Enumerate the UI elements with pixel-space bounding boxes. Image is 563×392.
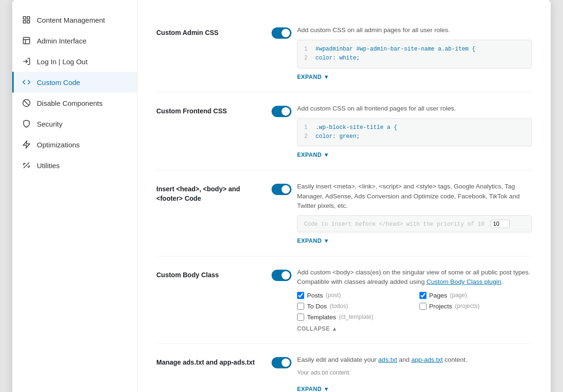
setting-control-custom-admin-css: Add custom CSS on all admin pages for al… — [272, 26, 532, 81]
setting-control-custom-body-class: Add custom <body> class(es) on the singu… — [272, 268, 532, 332]
setting-row-insert-code: Insert <head>, <body> and <footer> Code … — [156, 170, 532, 256]
templates-slug: (ct_template) — [339, 314, 374, 320]
code-block-insert-code: Code to insert before </head> with the p… — [297, 215, 532, 232]
svg-rect-0 — [23, 17, 26, 19]
sidebar-label-content-management: Content Management — [37, 16, 105, 24]
line-num-2: 2 — [304, 54, 310, 63]
code-text-1: #wpadminbar #wp-admin-bar-site-name a.ab… — [316, 45, 475, 54]
desc-ads-txt: Easily edit and validate your ads.txt an… — [297, 355, 532, 365]
toggle-custom-body-class[interactable] — [272, 270, 291, 281]
sidebar-item-custom-code[interactable]: Custom Code — [12, 72, 137, 93]
checkbox-templates[interactable]: Templates (ct_template) — [297, 314, 410, 321]
checkbox-todos-input[interactable] — [297, 303, 304, 310]
app-container: Content Management Admin Interface Log — [12, 0, 551, 392]
sidebar-label-optimizations: Optimizations — [37, 141, 80, 149]
setting-info-ads-txt: Easily edit and validate your ads.txt an… — [297, 355, 532, 392]
login-icon — [22, 57, 31, 66]
setting-label-custom-admin-css: Custom Admin CSS — [156, 26, 260, 38]
checkbox-pages-input[interactable] — [419, 292, 427, 299]
toggle-ads-txt[interactable] — [272, 357, 291, 368]
svg-marker-10 — [23, 141, 30, 148]
posts-label: Posts — [307, 292, 323, 299]
ads-txt-link[interactable]: ads.txt — [378, 356, 397, 363]
setting-label-insert-code: Insert <head>, <body> and <footer> Code — [156, 182, 260, 203]
grid-icon — [22, 15, 31, 25]
sidebar-item-disable-components[interactable]: Disable Components — [12, 93, 137, 113]
line-num-f2: 2 — [304, 132, 310, 141]
checkbox-projects[interactable]: Projects (projects) — [419, 303, 532, 310]
svg-rect-4 — [23, 37, 30, 44]
sidebar-label-custom-code: Custom Code — [37, 78, 80, 86]
code-line-frontend-1: 1 .wp-block-site-title a { — [304, 123, 525, 132]
expand-btn-frontend-css[interactable]: EXPAND ▼ — [297, 152, 329, 158]
setting-label-custom-frontend-css: Custom Frontend CSS — [156, 104, 260, 116]
checkbox-templates-input[interactable] — [297, 314, 304, 321]
sidebar-label-disable-components: Disable Components — [37, 99, 102, 107]
code-block-custom-admin-css: 1 #wpadminbar #wp-admin-bar-site-name a.… — [297, 40, 532, 68]
toggle-custom-frontend-css[interactable] — [272, 106, 291, 117]
code-placeholder-insert: Code to insert before </head> with the p… — [304, 221, 485, 228]
code-block-custom-frontend-css: 1 .wp-block-site-title a { 2 color: gree… — [297, 118, 532, 146]
shield-icon — [22, 119, 31, 128]
line-num-f1: 1 — [304, 123, 310, 132]
svg-line-9 — [24, 101, 29, 106]
line-num-1: 1 — [304, 45, 310, 54]
todos-slug: (todos) — [330, 303, 348, 309]
templates-label: Templates — [307, 314, 336, 321]
sidebar-label-security: Security — [37, 120, 62, 128]
setting-label-ads-txt: Manage ads.txt and app-ads.txt — [156, 355, 260, 367]
svg-rect-3 — [27, 21, 30, 23]
tools-icon — [22, 161, 31, 170]
bolt-icon — [22, 140, 31, 149]
checkbox-pages[interactable]: Pages (page) — [419, 292, 532, 299]
sidebar-label-login-logout: Log In | Log Out — [37, 58, 87, 66]
code-line-2: 2 color: white; — [304, 54, 525, 63]
sidebar-item-optimizations[interactable]: Optimizations — [12, 134, 137, 155]
code-text-2: color: white; — [316, 54, 360, 63]
projects-label: Projects — [429, 303, 452, 310]
sidebar-item-content-management[interactable]: Content Management — [12, 9, 137, 30]
setting-control-custom-frontend-css: Add custom CSS on all frontend pages for… — [272, 104, 532, 159]
collapse-btn-body-class[interactable]: COLLAPSE ▲ — [297, 325, 532, 332]
code-icon — [22, 77, 31, 87]
svg-rect-1 — [27, 17, 30, 19]
projects-slug: (projects) — [455, 303, 479, 309]
sidebar-item-security[interactable]: Security — [12, 113, 137, 134]
sidebar-item-login-logout[interactable]: Log In | Log Out — [12, 51, 137, 72]
setting-info-custom-admin-css: Add custom CSS on all admin pages for al… — [297, 26, 532, 81]
checkbox-todos[interactable]: To Dos (todos) — [297, 303, 410, 310]
desc-custom-admin-css: Add custom CSS on all admin pages for al… — [297, 26, 532, 35]
setting-info-insert-code: Easily insert <meta>, <link>, <script> a… — [297, 182, 532, 245]
code-text-f1: .wp-block-site-title a { — [316, 123, 397, 132]
posts-slug: (post) — [326, 292, 341, 298]
expand-btn-admin-css[interactable]: EXPAND ▼ — [297, 74, 329, 80]
desc-suffix: . — [501, 278, 503, 285]
toggle-insert-code[interactable] — [272, 184, 291, 195]
expand-btn-insert-code[interactable]: EXPAND ▼ — [297, 238, 329, 244]
custom-body-class-plugin-link[interactable]: Custom Body Class plugin — [427, 278, 501, 285]
sidebar-item-admin-interface[interactable]: Admin Interface — [12, 30, 137, 51]
toggle-custom-admin-css[interactable] — [272, 27, 291, 39]
sidebar: Content Management Admin Interface Log — [12, 0, 137, 392]
checkbox-projects-input[interactable] — [419, 303, 427, 310]
setting-info-custom-body-class: Add custom <body> class(es) on the singu… — [297, 268, 532, 332]
checkbox-posts-input[interactable] — [297, 292, 304, 299]
sidebar-item-utilities[interactable]: Utilities — [12, 155, 137, 176]
todos-label: To Dos — [307, 303, 327, 310]
code-line-frontend-2: 2 color: green; — [304, 132, 525, 141]
expand-btn-ads-txt[interactable]: EXPAND ▼ — [297, 386, 329, 392]
svg-rect-2 — [23, 21, 26, 23]
setting-control-insert-code: Easily insert <meta>, <link>, <script> a… — [272, 182, 532, 245]
pages-label: Pages — [429, 292, 447, 299]
setting-label-custom-body-class: Custom Body Class — [156, 268, 260, 280]
setting-row-ads-txt: Manage ads.txt and app-ads.txt Easily ed… — [156, 344, 532, 392]
priority-input[interactable] — [491, 220, 510, 228]
setting-row-custom-body-class: Custom Body Class Add custom <body> clas… — [156, 256, 532, 344]
app-ads-txt-link[interactable]: app-ads.txt — [411, 356, 443, 363]
desc-custom-frontend-css: Add custom CSS on all frontend pages for… — [297, 104, 532, 113]
checkbox-posts[interactable]: Posts (post) — [297, 292, 410, 299]
main-content: Custom Admin CSS Add custom CSS on all a… — [137, 0, 551, 392]
checkbox-grid-body-class: Posts (post) Pages (page) To Dos (todos) — [297, 292, 532, 321]
setting-row-custom-admin-css: Custom Admin CSS Add custom CSS on all a… — [156, 14, 532, 93]
disable-icon — [22, 98, 31, 108]
